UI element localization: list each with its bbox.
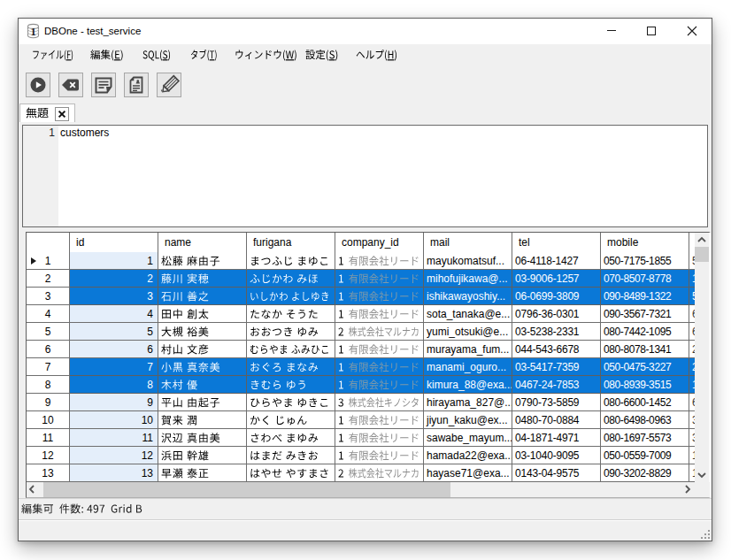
svg-text:1: 1 [30, 26, 35, 38]
